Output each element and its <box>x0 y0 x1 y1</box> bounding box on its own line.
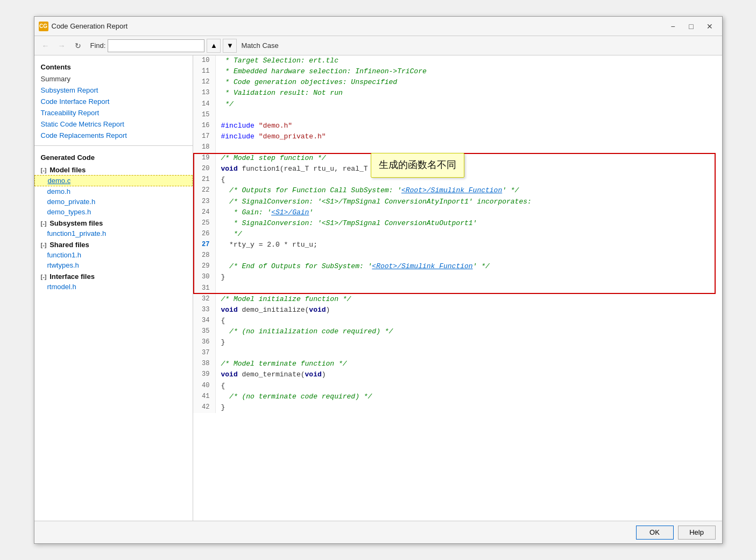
sidebar-file-demo-types-h[interactable]: demo_types.h <box>34 207 193 217</box>
sidebar-file-rtwtypes-h[interactable]: rtwtypes.h <box>34 260 193 270</box>
code-line-12: 12 * Code generation objectives: Unspeci… <box>193 77 722 88</box>
code-line-15: 15 <box>193 110 722 121</box>
code-line-28: 28 <box>193 250 722 261</box>
sidebar-item-subsystem-report[interactable]: Subsystem Report <box>34 85 193 96</box>
code-line-40: 40 { <box>193 381 722 391</box>
sidebar-scroll: Contents Summary Subsystem Report Code I… <box>34 55 193 521</box>
sidebar-divider-1 <box>34 145 193 146</box>
code-line-24: 24 * Gain: '<S1>/Gain' <box>193 207 722 218</box>
code-line-14: 14 */ <box>193 99 722 110</box>
sidebar: Contents Summary Subsystem Report Code I… <box>34 55 193 521</box>
code-line-22: 22 /* Outputs for Function Call SubSyste… <box>193 185 722 196</box>
sidebar-file-rtmodel-h[interactable]: rtmodel.h <box>34 282 193 292</box>
maximize-button[interactable]: □ <box>683 19 700 33</box>
shared-files-section: [-] Shared files <box>34 239 193 250</box>
sidebar-file-demo-private-h[interactable]: demo_private.h <box>34 197 193 207</box>
sidebar-item-traceability-report[interactable]: Traceability Report <box>34 107 193 118</box>
code-line-29: 29 /* End of Outputs for SubSystem: '<Ro… <box>193 261 722 272</box>
tooltip-box: 生成的函数名不同 <box>371 153 464 178</box>
interface-files-collapse-icon[interactable]: [-] <box>41 274 47 280</box>
help-button[interactable]: Help <box>678 526 716 540</box>
contents-title: Contents <box>34 60 193 73</box>
subsystem-files-section: [-] Subsystem files <box>34 217 193 228</box>
sidebar-item-static-code-metrics[interactable]: Static Code Metrics Report <box>34 118 193 130</box>
window-title: Code Generation Report <box>52 22 665 30</box>
code-line-25: 25 * SignalConversion: '<S1>/TmpSignal C… <box>193 218 722 229</box>
forward-button[interactable]: → <box>55 39 69 53</box>
code-line-17: 17 #include "demo_private.h" <box>193 131 722 142</box>
code-line-30: 30 } <box>193 272 722 283</box>
code-panel: 10 * Target Selection: ert.tlc 11 * Embe… <box>193 55 722 521</box>
code-line-36: 36 } <box>193 337 722 348</box>
sidebar-file-function1-h[interactable]: function1.h <box>34 250 193 260</box>
sidebar-item-code-interface-report[interactable]: Code Interface Report <box>34 96 193 107</box>
sidebar-file-demo-h[interactable]: demo.h <box>34 186 193 197</box>
sidebar-file-demo-c[interactable]: demo.c <box>34 175 193 186</box>
code-line-32: 32 /* Model initialize function */ <box>193 294 722 305</box>
shared-files-collapse-icon[interactable]: [-] <box>41 242 47 248</box>
app-icon: CG <box>39 22 48 31</box>
model-files-collapse-icon[interactable]: [-] <box>41 167 47 173</box>
code-line-16: 16 #include "demo.h" <box>193 121 722 131</box>
toolbar: ← → ↻ Find: ▲ ▼ Match Case <box>34 36 722 55</box>
ok-button[interactable]: OK <box>636 526 674 540</box>
find-label: Find: <box>90 41 106 50</box>
minimize-button[interactable]: − <box>665 19 681 33</box>
tooltip-text: 生成的函数名不同 <box>379 159 456 170</box>
code-line-31: 31 <box>193 283 722 294</box>
code-line-37: 37 <box>193 348 722 359</box>
subsystem-files-collapse-icon[interactable]: [-] <box>41 220 47 227</box>
code-line-10: 10 * Target Selection: ert.tlc <box>193 55 722 66</box>
code-line-26: 26 */ <box>193 229 722 240</box>
window-controls: − □ ✕ <box>665 19 718 33</box>
code-area[interactable]: 10 * Target Selection: ert.tlc 11 * Embe… <box>193 55 722 521</box>
link-root-simulink-function-29[interactable]: <Root>/Simulink Function <box>372 262 472 270</box>
main-content: Contents Summary Subsystem Report Code I… <box>34 55 722 521</box>
code-line-39: 39 void demo_terminate(void) <box>193 369 722 380</box>
code-line-23: 23 /* SignalConversion: '<S1>/TmpSignal … <box>193 197 722 207</box>
sidebar-file-function1-private-h[interactable]: function1_private.h <box>34 228 193 239</box>
back-button[interactable]: ← <box>39 39 53 53</box>
link-s1-gain[interactable]: <S1>/Gain <box>271 208 309 216</box>
generated-code-title: Generated Code <box>34 150 193 164</box>
code-line-41: 41 /* (no terminate code required) */ <box>193 391 722 402</box>
code-line-38: 38 /* Model terminate function */ <box>193 359 722 369</box>
code-line-33: 33 void demo_initialize(void) <box>193 305 722 316</box>
close-button[interactable]: ✕ <box>702 19 718 33</box>
bottom-bar: OK Help <box>34 521 722 543</box>
main-window: CG Code Generation Report − □ ✕ ← → ↻ Fi… <box>34 16 723 544</box>
code-line-11: 11 * Embedded hardware selection: Infine… <box>193 66 722 77</box>
code-line-42: 42 } <box>193 402 722 413</box>
title-bar: CG Code Generation Report − □ ✕ <box>34 17 722 36</box>
code-line-13: 13 * Validation result: Not run <box>193 88 722 99</box>
find-down-button[interactable]: ▼ <box>223 39 237 53</box>
sidebar-item-summary[interactable]: Summary <box>34 73 193 85</box>
code-line-34: 34 { <box>193 316 722 326</box>
code-line-18: 18 <box>193 142 722 153</box>
link-root-simulink-function-22[interactable]: <Root>/Simulink Function <box>401 186 502 194</box>
find-up-button[interactable]: ▲ <box>207 39 221 53</box>
model-files-section: [-] Model files <box>34 164 193 175</box>
refresh-button[interactable]: ↻ <box>71 39 85 53</box>
code-line-35: 35 /* (no initialization code required) … <box>193 326 722 337</box>
code-line-27: 27 *rty_y = 2.0 * rtu_u; <box>193 240 722 250</box>
match-case-label[interactable]: Match Case <box>241 41 278 50</box>
sidebar-item-code-replacements[interactable]: Code Replacements Report <box>34 130 193 141</box>
interface-files-section: [-] Interface files <box>34 270 193 282</box>
find-input[interactable] <box>108 39 204 52</box>
